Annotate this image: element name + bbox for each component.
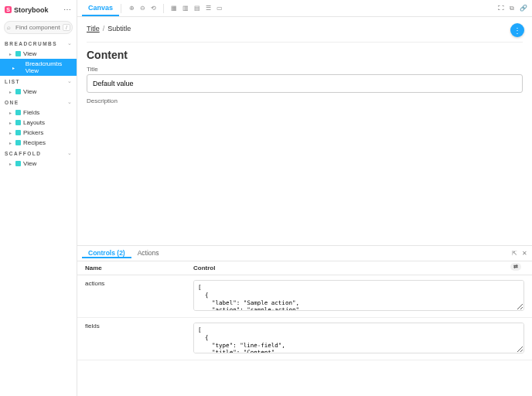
tree-item[interactable]: ▸View xyxy=(0,49,77,59)
tree-item[interactable]: ▸Recipes xyxy=(0,138,77,148)
caret-icon: ▸ xyxy=(9,51,13,56)
zoom-out-icon[interactable]: ⊖ xyxy=(140,5,145,12)
sidebar-header: S Storybook ⋯ xyxy=(0,0,77,19)
viewport-icon[interactable]: ▤ xyxy=(194,5,200,12)
eject-icon[interactable]: ⇱ xyxy=(512,250,517,257)
menu-button[interactable]: ⋯ xyxy=(62,5,72,15)
tree-item[interactable]: ▸View xyxy=(0,159,77,169)
link-icon[interactable]: 🔗 xyxy=(520,5,527,12)
tree-item-label: View xyxy=(23,88,36,95)
caret-icon: ▸ xyxy=(9,161,13,166)
collapse-icon: ⌄ xyxy=(67,99,72,105)
main: Canvas ⊕ ⊖ ⟲ ▦ ▥ ▤ ☰ ▭ ⛶ ⧉ 🔗 ⋮ xyxy=(77,0,532,396)
story-tree: BREADCRUMBS⌄▸View▸Breadcrumbs ViewLIST⌄▸… xyxy=(0,38,77,396)
search-shortcut: / xyxy=(63,24,70,31)
title-input[interactable] xyxy=(87,74,523,93)
control-name: actions xyxy=(85,280,193,312)
tree-item-label: Recipes xyxy=(23,139,46,146)
json-editor[interactable]: [ { "label": "Sample action", "action": … xyxy=(193,280,524,311)
search-icon: ⌕ xyxy=(7,24,11,31)
comp-icon xyxy=(15,140,21,145)
controls-table: Name Control ⇄ actions☰ RAW[ { "label": … xyxy=(77,261,532,396)
caret-icon: ▸ xyxy=(9,110,13,115)
tree-item-label: Pickers xyxy=(23,129,43,136)
caret-icon: ▸ xyxy=(9,89,13,94)
open-tab-icon[interactable]: ⧉ xyxy=(510,5,514,12)
col-control-header: Control ⇄ xyxy=(193,265,524,271)
tree-group[interactable]: BREADCRUMBS⌄ xyxy=(0,38,77,49)
comp-icon xyxy=(15,120,21,125)
caret-icon: ▸ xyxy=(9,140,13,145)
group-label: ONE xyxy=(5,100,19,105)
control-row: fields☰ RAW[ { "type": "line-field", "ti… xyxy=(77,318,532,360)
tree-item[interactable]: ▸View xyxy=(0,87,77,97)
toolbar: Canvas ⊕ ⊖ ⟲ ▦ ▥ ▤ ☰ ▭ ⛶ ⧉ 🔗 xyxy=(77,0,532,17)
tree-item[interactable]: ▸Fields xyxy=(0,108,77,118)
grid-icon[interactable]: ▥ xyxy=(182,5,189,12)
addons-panel: Controls (2)Actions ⇱ ✕ Name Control ⇄ a… xyxy=(77,245,532,396)
reset-button[interactable]: ⇄ xyxy=(510,263,521,271)
storybook-logo-icon: S xyxy=(5,6,12,13)
caret-icon: ▸ xyxy=(9,130,13,135)
addon-tab[interactable]: Actions xyxy=(131,249,165,258)
tree-item[interactable]: ▸Breadcrumbs View xyxy=(0,59,77,76)
collapse-icon: ⌄ xyxy=(67,78,72,84)
caret-icon: ▸ xyxy=(12,65,16,70)
brand-title: Storybook xyxy=(14,6,49,14)
background-icon[interactable]: ▦ xyxy=(171,5,177,12)
zoom-in-icon[interactable]: ⊕ xyxy=(129,5,135,12)
tab-canvas[interactable]: Canvas xyxy=(82,0,119,16)
story-icon xyxy=(19,65,23,70)
fullscreen-icon[interactable]: ⛶ xyxy=(498,5,504,12)
measure-icon[interactable]: ☰ xyxy=(206,5,211,12)
tree-item-label: Breadcrumbs View xyxy=(26,60,72,74)
ellipsis-icon: ⋯ xyxy=(63,6,71,14)
title-label: Title xyxy=(87,66,523,73)
tree-item-label: Layouts xyxy=(23,119,45,126)
breadcrumb: Title / Subtitle xyxy=(87,25,523,32)
control-name: fields xyxy=(85,323,193,355)
search-field: ⌕ / xyxy=(4,21,73,34)
close-icon[interactable]: ✕ xyxy=(522,250,527,257)
group-label: SCAFFOLD xyxy=(5,151,41,156)
json-editor[interactable]: [ { "type": "line-field", "title": "Cont… xyxy=(193,323,524,353)
more-vert-icon: ⋮ xyxy=(513,26,521,35)
tree-group[interactable]: ONE⌄ xyxy=(0,97,77,108)
collapse-icon: ⌄ xyxy=(67,40,72,46)
tree-group[interactable]: SCAFFOLD⌄ xyxy=(0,148,77,159)
canvas: ⋮ Title / Subtitle Content Title Descrip… xyxy=(77,17,532,245)
fab-button[interactable]: ⋮ xyxy=(510,23,524,37)
breadcrumb-sep: / xyxy=(103,25,105,32)
comp-icon xyxy=(15,51,21,56)
description-label: Description xyxy=(87,97,523,104)
breadcrumb-current: Subtitle xyxy=(107,25,131,32)
tree-item-label: View xyxy=(23,160,36,167)
breadcrumb-link[interactable]: Title xyxy=(87,25,100,32)
sidebar: S Storybook ⋯ ⌕ / BREADCRUMBS⌄▸View▸Brea… xyxy=(0,0,77,396)
comp-icon xyxy=(15,161,21,166)
tree-item-label: Fields xyxy=(23,109,39,116)
tree-item[interactable]: ▸Pickers xyxy=(0,128,77,138)
comp-icon xyxy=(15,130,21,135)
tree-item[interactable]: ▸Layouts xyxy=(0,118,77,128)
comp-icon xyxy=(15,110,21,115)
group-label: BREADCRUMBS xyxy=(5,41,57,46)
collapse-icon: ⌄ xyxy=(67,150,72,156)
control-row: actions☰ RAW[ { "label": "Sample action"… xyxy=(77,275,532,318)
addon-tab[interactable]: Controls (2) xyxy=(82,249,131,258)
zoom-reset-icon[interactable]: ⟲ xyxy=(151,5,156,12)
group-label: LIST xyxy=(5,79,20,84)
outline-icon[interactable]: ▭ xyxy=(217,5,223,12)
section-title: Content xyxy=(87,49,523,61)
comp-icon xyxy=(15,89,21,94)
tree-group[interactable]: LIST⌄ xyxy=(0,76,77,87)
caret-icon: ▸ xyxy=(9,120,13,125)
tree-item-label: View xyxy=(23,50,36,57)
col-name-header: Name xyxy=(85,265,193,271)
